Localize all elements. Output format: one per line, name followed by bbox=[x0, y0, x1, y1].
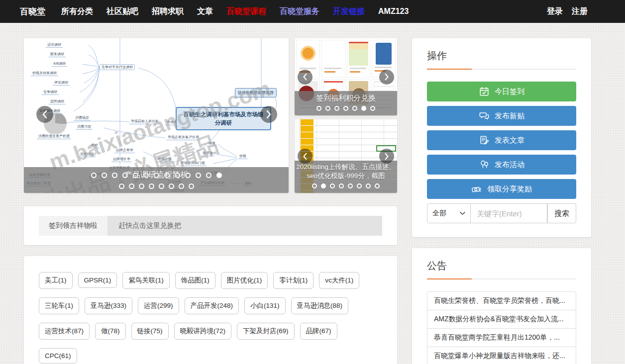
topic-tag[interactable]: 品牌(67) bbox=[300, 323, 337, 340]
carousel-dot[interactable] bbox=[102, 173, 107, 178]
carousel-dot[interactable] bbox=[133, 173, 138, 178]
announcements-card: 公告 百晓生荣誉榜、百晓堂学员荣誉榜，百晓...AMZ数据分析协会&百晓堂书友会… bbox=[412, 248, 591, 364]
carousel-dot[interactable] bbox=[357, 183, 362, 188]
mindmap-node: 消费程度及资产程度 bbox=[37, 134, 71, 139]
register-link[interactable]: 注册 bbox=[572, 6, 588, 17]
carousel-dot[interactable] bbox=[122, 173, 128, 178]
carousel-next-button[interactable] bbox=[379, 70, 394, 85]
carousel-dot[interactable] bbox=[196, 173, 201, 178]
carousel-dot[interactable] bbox=[149, 183, 154, 189]
carousel-dot[interactable] bbox=[216, 173, 222, 178]
carousel-prev-button[interactable] bbox=[298, 149, 312, 164]
carousel-dot[interactable] bbox=[189, 183, 194, 189]
announcement-item[interactable]: 百晓堂爆单小神龙限量版吉祥物来啦，还... bbox=[427, 347, 576, 364]
nav-item[interactable]: 百晓堂服务 bbox=[280, 6, 319, 17]
carousel-dot[interactable] bbox=[348, 183, 353, 188]
rewards-carousel[interactable]: 签到福利积分兑换 bbox=[295, 38, 397, 115]
main-container: 运营调研财务调研A/B调研价格及销量调研评论调研竞争调研趋势调研渠道细分调研竞争… bbox=[24, 38, 591, 364]
carousel-dot[interactable] bbox=[312, 183, 317, 188]
carousel-dot[interactable] bbox=[343, 106, 348, 111]
nav-item[interactable]: 所有分类 bbox=[61, 6, 93, 17]
carousel-dot[interactable] bbox=[169, 183, 174, 189]
publish-article-button[interactable]: 发表文章 bbox=[427, 130, 576, 150]
topic-tag[interactable]: 产品开发(248) bbox=[185, 297, 239, 314]
carousel-dot[interactable] bbox=[366, 183, 371, 188]
carousel-dot[interactable] bbox=[129, 183, 134, 189]
topic-tag[interactable]: 小白(131) bbox=[244, 297, 286, 314]
carousel-dot[interactable] bbox=[139, 183, 144, 189]
carousel-dot[interactable] bbox=[159, 183, 164, 189]
carousel-dot[interactable] bbox=[179, 183, 184, 189]
mindmap-node: 市场占有及客户分布 bbox=[166, 135, 201, 140]
announcement-item[interactable]: 恭喜百晓堂商学院王童鞋月出1200单，... bbox=[427, 328, 576, 347]
topic-tag[interactable]: 运营技术(87) bbox=[39, 323, 90, 340]
topic-tag[interactable]: 亚马逊消息(88) bbox=[291, 297, 349, 314]
nav-item[interactable]: 招聘求职 bbox=[152, 6, 184, 17]
carousel-dot[interactable] bbox=[316, 106, 321, 111]
mindmap-node: 销量 bbox=[207, 141, 217, 146]
carousel-dot[interactable] bbox=[91, 173, 97, 178]
nav-item[interactable]: AMZ123 bbox=[378, 7, 409, 16]
daily-signin-button[interactable]: 今日签到 bbox=[427, 82, 576, 101]
claim-share-reward-button[interactable]: 领取分享奖励 bbox=[427, 179, 576, 199]
carousel-dot[interactable] bbox=[154, 173, 159, 178]
carousel-next-button[interactable] bbox=[379, 149, 394, 164]
search-input[interactable] bbox=[471, 203, 547, 223]
carousel-dot[interactable] bbox=[334, 106, 339, 111]
topic-tag[interactable]: 三轮车(1) bbox=[39, 297, 79, 314]
topic-tag[interactable]: 链接(75) bbox=[131, 323, 169, 340]
actions-card: 操作 今日签到 发布新贴 发表文章 发布活动 领取分享奖励 bbox=[412, 38, 591, 237]
publish-event-button[interactable]: 发布活动 bbox=[427, 155, 576, 175]
carousel-dot[interactable] bbox=[339, 183, 344, 188]
topic-tag[interactable]: GPSR(1) bbox=[78, 273, 117, 288]
topic-tag[interactable]: 晓毅讲跨境(72) bbox=[174, 323, 232, 340]
nav-item[interactable]: 开发链接 bbox=[333, 6, 365, 17]
search-button[interactable]: 搜索 bbox=[547, 203, 576, 223]
topic-tag[interactable]: 紫鸟关联(1) bbox=[122, 272, 170, 289]
carousel-prev-button[interactable] bbox=[36, 106, 53, 123]
topic-tag[interactable]: 运营(299) bbox=[138, 297, 179, 314]
topic-tag[interactable]: CPC(61) bbox=[39, 348, 77, 364]
carousel-dot[interactable] bbox=[119, 183, 124, 189]
carousel-dot[interactable] bbox=[330, 183, 335, 188]
new-post-button[interactable]: 发布新贴 bbox=[427, 106, 576, 126]
brand-logo[interactable]: 百晓堂 bbox=[20, 6, 45, 17]
carousel-dot[interactable] bbox=[352, 106, 357, 111]
search-category-select[interactable]: 全部 bbox=[427, 203, 471, 223]
carousel-next-button[interactable] bbox=[260, 106, 277, 123]
carousel-dot[interactable] bbox=[143, 173, 149, 178]
topic-tag[interactable]: 美工(1) bbox=[39, 272, 73, 289]
nav-item[interactable]: 文章 bbox=[197, 6, 213, 17]
chevron-right-icon bbox=[384, 153, 389, 160]
announcement-item[interactable]: AMZ数据分析协会&百晓堂书友会加入流... bbox=[427, 310, 576, 329]
carousel-dot[interactable] bbox=[206, 173, 211, 178]
topic-tag[interactable]: 零计划(1) bbox=[273, 272, 313, 289]
carousel-dot[interactable] bbox=[321, 183, 326, 188]
topic-tag[interactable]: vc大件(1) bbox=[319, 272, 359, 289]
carousel-dot[interactable] bbox=[361, 106, 366, 111]
login-link[interactable]: 登录 bbox=[547, 6, 563, 17]
nav-item[interactable]: 百晓堂课程 bbox=[226, 6, 266, 17]
signin-banner-message[interactable]: 赶快点击这里兑换把 bbox=[107, 216, 382, 236]
carousel-dot[interactable] bbox=[112, 173, 117, 178]
chevron-left-icon bbox=[42, 110, 48, 119]
carousel-dot[interactable] bbox=[185, 173, 191, 178]
carousel-dot[interactable] bbox=[370, 106, 375, 111]
topic-tag[interactable]: 下架及封店(69) bbox=[237, 323, 295, 340]
search-bar: 全部 搜索 bbox=[427, 203, 576, 223]
topic-tag[interactable]: 图片优化(1) bbox=[221, 272, 268, 289]
carousel-dot[interactable] bbox=[375, 183, 380, 188]
announcement-item[interactable]: 百晓生荣誉榜、百晓堂学员荣誉榜，百晓... bbox=[427, 291, 576, 310]
carousel-dot[interactable] bbox=[325, 106, 330, 111]
carousel-prev-button[interactable] bbox=[298, 70, 312, 85]
nav-item[interactable]: 社区贴吧 bbox=[106, 6, 138, 17]
actions-title: 操作 bbox=[427, 49, 576, 63]
carousel-dot[interactable] bbox=[164, 173, 170, 178]
signin-banner-tab[interactable]: 签到领吉祥物啦 bbox=[39, 216, 107, 236]
topic-tag[interactable]: 饰品图(1) bbox=[175, 272, 215, 289]
topic-tag[interactable]: 亚马逊(333) bbox=[85, 297, 132, 314]
topic-tag[interactable]: 做(78) bbox=[95, 323, 126, 340]
main-carousel[interactable]: 运营调研财务调研A/B调研价格及销量调研评论调研竞争调研趋势调研渠道细分调研竞争… bbox=[24, 38, 289, 193]
listing-carousel[interactable]: 2020listing上传解说、五点描述、 seo优化模版-999分，截图 bbox=[295, 119, 397, 193]
carousel-dot[interactable] bbox=[175, 173, 180, 178]
